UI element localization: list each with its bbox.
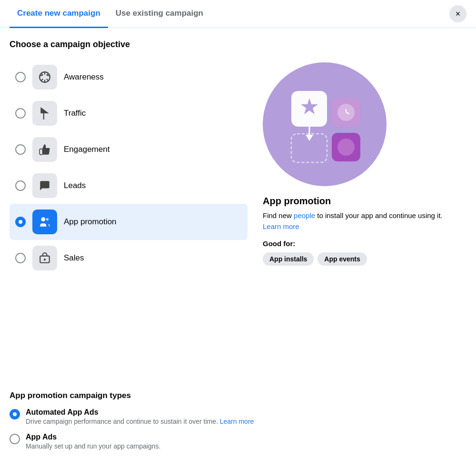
good-for-label: Good for: xyxy=(263,239,466,248)
sales-icon xyxy=(32,246,57,270)
tab-create-new[interactable]: Create new campaign xyxy=(10,0,108,28)
tag-app-events: App events xyxy=(317,252,367,266)
objective-app-promotion[interactable]: App promotion xyxy=(10,204,248,240)
awareness-label: Awareness xyxy=(64,72,104,82)
objective-leads[interactable]: Leads xyxy=(10,168,248,204)
app-ads-title: App Ads xyxy=(26,433,160,441)
campaign-types-title: App promotion campaign types xyxy=(10,391,466,400)
learn-more-link[interactable]: Learn more xyxy=(263,222,299,230)
objective-list: Awareness Traffic xyxy=(10,59,248,276)
engagement-icon xyxy=(32,137,57,162)
traffic-icon xyxy=(32,101,57,126)
sales-label: Sales xyxy=(64,253,84,263)
selected-objective-description: Find new people to install your app and … xyxy=(263,210,444,232)
automated-text: Automated App Ads Drive campaign perform… xyxy=(26,408,254,425)
radio-leads[interactable] xyxy=(15,180,26,191)
awareness-icon xyxy=(32,65,57,90)
people-link[interactable]: people xyxy=(294,211,315,220)
bottom-section: App promotion campaign types Automated A… xyxy=(0,379,476,469)
svg-marker-8 xyxy=(306,135,313,141)
close-button[interactable]: × xyxy=(449,5,466,22)
main-content: Choose a campaign objective Awareness xyxy=(0,28,476,379)
svg-point-1 xyxy=(46,218,49,220)
radio-app-ads[interactable] xyxy=(10,434,20,444)
tab-use-existing[interactable]: Use existing campaign xyxy=(108,0,211,28)
objective-awareness[interactable]: Awareness xyxy=(10,59,248,95)
engagement-label: Engagement xyxy=(64,145,109,154)
app-promotion-icon xyxy=(32,210,57,234)
objective-traffic[interactable]: Traffic xyxy=(10,95,248,131)
left-panel: Choose a campaign objective Awareness xyxy=(10,40,248,379)
tag-app-installs: App installs xyxy=(263,252,314,266)
radio-traffic[interactable] xyxy=(15,108,26,119)
radio-awareness[interactable] xyxy=(15,72,26,82)
radio-engagement[interactable] xyxy=(15,144,26,155)
traffic-label: Traffic xyxy=(64,109,86,118)
tags-container: App installs App events xyxy=(263,252,466,266)
selected-objective-title: App promotion xyxy=(263,196,466,207)
automated-desc: Drive campaign performance and continue … xyxy=(26,418,254,425)
leads-icon xyxy=(32,173,57,198)
radio-automated[interactable] xyxy=(10,409,20,419)
right-panel: App promotion Find new people to install… xyxy=(248,40,466,379)
app-promotion-illustration xyxy=(263,62,387,186)
automated-learn-more[interactable]: Learn more xyxy=(220,418,254,425)
objective-engagement[interactable]: Engagement xyxy=(10,131,248,168)
section-title: Choose a campaign objective xyxy=(10,40,248,50)
svg-point-15 xyxy=(337,139,355,156)
radio-sales[interactable] xyxy=(15,253,26,263)
app-promotion-label: App promotion xyxy=(64,217,117,227)
radio-app-promotion[interactable] xyxy=(15,217,26,227)
leads-label: Leads xyxy=(64,181,86,190)
automated-title: Automated App Ads xyxy=(26,408,254,417)
modal: Create new campaign Use existing campaig… xyxy=(0,0,476,469)
tabs-header: Create new campaign Use existing campaig… xyxy=(0,0,476,28)
app-ads-desc: Manually set up and run your app campaig… xyxy=(26,442,160,450)
campaign-type-automated[interactable]: Automated App Ads Drive campaign perform… xyxy=(10,408,466,425)
app-ads-text: App Ads Manually set up and run your app… xyxy=(26,433,160,450)
svg-point-0 xyxy=(41,217,45,221)
objective-sales[interactable]: Sales xyxy=(10,240,248,276)
campaign-type-app-ads[interactable]: App Ads Manually set up and run your app… xyxy=(10,433,466,450)
